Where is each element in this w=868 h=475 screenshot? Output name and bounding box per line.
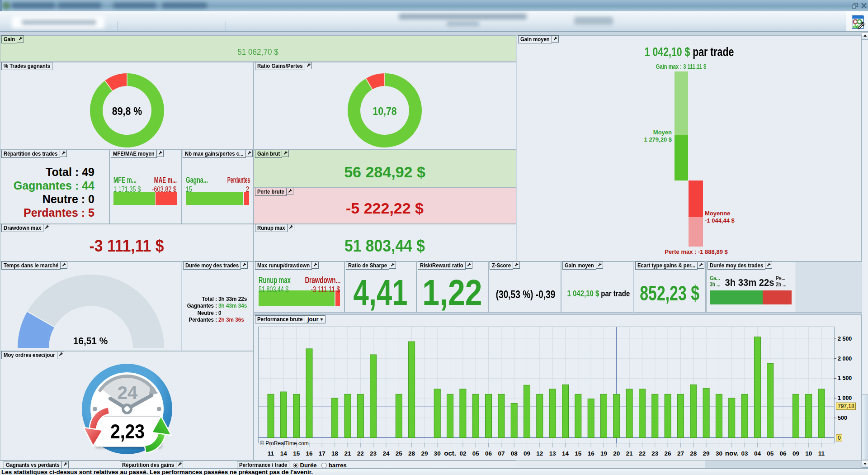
svg-text:09: 09 [524,450,530,457]
svg-text:27: 27 [677,450,684,457]
svg-text:11: 11 [268,450,274,457]
svg-text:06: 06 [779,450,787,457]
svg-text:21: 21 [626,450,633,457]
svg-text:22: 22 [357,450,364,457]
svg-text:25: 25 [396,450,403,457]
svg-text:08: 08 [511,450,518,457]
svg-text:24: 24 [382,450,390,457]
svg-text:20: 20 [613,450,620,457]
svg-text:oct.: oct. [444,449,456,457]
svg-text:500: 500 [838,415,847,421]
svg-text:0: 0 [838,435,841,441]
svg-text:14: 14 [562,450,569,457]
svg-text:797,18: 797,18 [838,403,854,409]
svg-text:30: 30 [716,450,722,457]
svg-text:19: 19 [600,450,607,457]
svg-text:28: 28 [408,450,415,457]
svg-text:13: 13 [549,450,557,457]
svg-text:03: 03 [741,450,749,457]
svg-text:16: 16 [588,450,595,457]
svg-text:© ProRealTime.com: © ProRealTime.com [260,440,309,446]
svg-text:2 500: 2 500 [838,336,852,342]
svg-text:16: 16 [306,450,313,457]
svg-text:2 000: 2 000 [838,356,852,362]
svg-text:05: 05 [472,450,480,457]
svg-text:12: 12 [536,450,543,457]
svg-text:1 500: 1 500 [838,375,852,381]
svg-text:04: 04 [754,450,761,457]
svg-text:10: 10 [805,450,812,457]
svg-text:29: 29 [421,450,428,457]
svg-text:17: 17 [319,450,326,457]
svg-text:06: 06 [485,450,492,457]
svg-text:15: 15 [575,450,582,457]
svg-text:1 000: 1 000 [838,395,852,401]
svg-text:26: 26 [665,450,672,457]
svg-text:21: 21 [344,450,351,457]
svg-text:18: 18 [331,450,339,457]
svg-text:11: 11 [818,450,825,457]
svg-text:15: 15 [293,450,300,457]
svg-text:28: 28 [690,450,697,457]
svg-text:23: 23 [370,450,377,457]
svg-text:30: 30 [434,450,441,457]
svg-text:24: 24 [118,383,138,403]
svg-text:02: 02 [459,450,466,457]
svg-text:09: 09 [793,450,799,457]
svg-text:14: 14 [280,450,288,457]
svg-text:22: 22 [639,450,646,457]
svg-text:05: 05 [767,450,774,457]
svg-text:07: 07 [498,450,505,457]
svg-text:29: 29 [703,450,710,457]
svg-text:nov.: nov. [725,449,739,457]
svg-text:23: 23 [651,450,659,457]
